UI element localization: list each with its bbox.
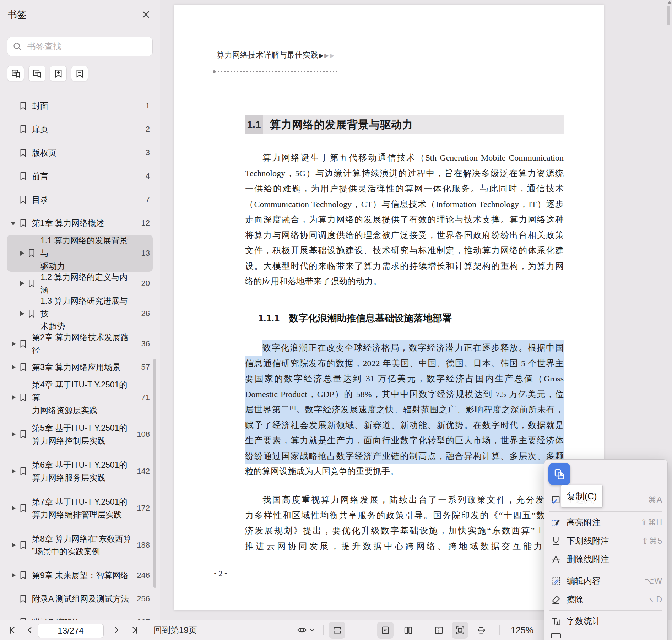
bookmark-label: 第9章 未来展望：智算网络 xyxy=(32,569,133,582)
bookmark-item[interactable]: 第4章 基于ITU-T Y.2501的算力网络资源层实践71 xyxy=(7,379,153,416)
triangle-collapsed-icon[interactable] xyxy=(11,573,16,578)
text-line: 数字化浪潮正在改变全球经济格局，数字经济潜力正在逐步释放。根据中国 xyxy=(245,340,564,356)
last-page-button[interactable] xyxy=(127,620,143,640)
single-page-icon xyxy=(381,625,390,635)
bookmark-item[interactable]: 第9章 未来展望：智算网络246 xyxy=(7,564,153,587)
collapse-all-bookmarks-button[interactable] xyxy=(28,66,45,81)
bookmark-item[interactable]: 前言4 xyxy=(7,164,153,188)
bookmark-item[interactable]: 1.2 算力网络的定义与内涵20 xyxy=(7,272,153,295)
menu-item-label: 删除线附注 xyxy=(567,554,662,565)
bookmark-item[interactable]: 第8章 算力网络在“东数西算”场景中的实践案例188 xyxy=(7,527,153,564)
triangle-collapsed-icon[interactable] xyxy=(19,281,25,286)
triangle-collapsed-icon[interactable] xyxy=(19,250,25,256)
triangle-expanded-icon[interactable] xyxy=(11,220,16,226)
copy-button[interactable] xyxy=(548,463,570,485)
bookmark-item[interactable]: 1.3 算力网络研究进展与技术趋势26 xyxy=(7,295,153,332)
first-page-button[interactable] xyxy=(4,620,20,640)
fit-page-button[interactable] xyxy=(452,622,468,639)
menu-item-underline[interactable]: 下划线附注⇧⌘5 xyxy=(544,532,667,550)
menu-item-label: 编辑内容 xyxy=(567,575,645,587)
menu-item-edit-content[interactable]: 编辑内容⌥W xyxy=(544,572,667,590)
triangle-collapsed-icon[interactable] xyxy=(11,505,16,511)
fit-page-icon xyxy=(455,625,465,635)
bookmark-search-box[interactable] xyxy=(7,37,153,56)
menu-item-word-count[interactable]: 字数统计 xyxy=(544,612,667,630)
section-title-bar: 算力网络的发展背景与驱动力 xyxy=(263,115,564,134)
bookmark-label: 第5章 基于ITU-T Y.2501的算力网络控制层实践 xyxy=(32,422,133,447)
select-all-icon xyxy=(551,495,562,505)
bookmark-page-number: 57 xyxy=(133,363,153,372)
bookmark-item[interactable]: 第1章 算力网络概述12 xyxy=(7,211,153,235)
add-bookmark-button[interactable] xyxy=(50,66,67,81)
continuous-scroll-button[interactable] xyxy=(329,622,345,639)
triangle-collapsed-icon[interactable] xyxy=(11,395,16,400)
view-mode-dropdown[interactable] xyxy=(295,620,317,640)
sidebar-scrollbar[interactable] xyxy=(153,359,156,588)
bookmark-icon xyxy=(18,504,28,513)
bookmark-label: 1.2 算力网络的定义与内涵 xyxy=(40,271,133,296)
text-line: （Communication Technology，CT）与信息技术（Infor… xyxy=(245,197,564,212)
paragraph-2-selected-text[interactable]: 数字化浪潮正在改变全球经济格局，数字经济潜力正在逐步释放。根据中国信息通信研究院… xyxy=(245,340,564,479)
header-arrows-icon: ▶▶▶ xyxy=(318,50,334,60)
bookmark-item[interactable]: 附录A 测试组网及测试方法256 xyxy=(7,587,153,611)
triangle-collapsed-icon[interactable] xyxy=(11,432,16,437)
book-view-button[interactable] xyxy=(430,620,447,640)
close-panel-button[interactable] xyxy=(141,9,153,20)
copy-icon xyxy=(553,468,565,480)
bookmark-item[interactable]: 目录7 xyxy=(7,188,153,211)
bookmark-label: 第8章 算力网络在“东数西算”场景中的实践案例 xyxy=(32,532,133,558)
bookmark-item[interactable]: 扉页2 xyxy=(7,118,153,141)
bookmark-page-number: 26 xyxy=(133,309,153,318)
page-number-input[interactable] xyxy=(38,624,104,638)
menu-item-highlight[interactable]: 高亮附注⇧⌘H xyxy=(544,513,667,532)
next-page-button[interactable] xyxy=(109,620,124,640)
scroll-up-arrow-icon[interactable] xyxy=(667,1,672,4)
remove-bookmark-button[interactable] xyxy=(71,66,88,81)
triangle-collapsed-icon[interactable] xyxy=(11,468,16,474)
text-line: 赋予了经济社会发展新领域、新赛道、新动能、新优势。在数字时代，数据就是 xyxy=(245,418,564,433)
zoom-level[interactable]: 125% xyxy=(511,620,533,640)
search-icon xyxy=(12,42,22,51)
back-to-page-button[interactable]: 回到第19页 xyxy=(153,620,197,640)
text-line: 我国高度重视算力网络发展，陆续出台了一系列政策文件，充分发挥算 xyxy=(245,492,564,508)
pdf-reader-window: 书签 xyxy=(0,0,672,640)
bookmark-item[interactable]: 第7章 基于ITU-T Y.2501的算力网络编排管理层实践172 xyxy=(7,490,153,527)
bookmark-search-input[interactable] xyxy=(27,41,147,52)
triangle-collapsed-icon[interactable] xyxy=(11,542,16,548)
single-page-view-button[interactable] xyxy=(377,622,394,639)
menu-item-eraser[interactable]: 擦除⌥D xyxy=(544,590,667,609)
bookmark-item[interactable]: 版权页3 xyxy=(7,141,153,164)
bookmark-item[interactable]: 第2章 算力网络技术发展路径36 xyxy=(7,332,153,356)
text-line: 一供给的难题，为用户提供灵活弹性的算网一体化服务。与此同时，通信技术 xyxy=(245,181,564,197)
bookmark-item[interactable]: 封面1 xyxy=(7,94,153,118)
bookmark-icon xyxy=(18,218,28,228)
paragraph-3: 我国高度重视算力网络发展，陆续出台了一系列政策文件，充分发挥算力多样性和区域性均… xyxy=(245,492,564,554)
disclosure-spacer xyxy=(11,596,16,602)
main-scrollbar-thumb[interactable] xyxy=(667,6,670,25)
bookmark-item[interactable]: 第3章 算力网络应用场景57 xyxy=(7,356,153,379)
bookmark-page-number: 7 xyxy=(133,195,153,204)
bookmark-item[interactable]: 第6章 基于ITU-T Y.2501的算力网络服务层实践142 xyxy=(7,453,153,490)
triangle-collapsed-icon[interactable] xyxy=(11,341,16,347)
bookmark-icon xyxy=(27,309,36,318)
two-page-view-button[interactable] xyxy=(400,620,416,640)
expand-all-bookmarks-button[interactable] xyxy=(7,66,24,81)
menu-item-label: 擦除 xyxy=(567,594,646,605)
previous-page-button[interactable] xyxy=(22,620,38,640)
bookmark-label: 扉页 xyxy=(32,123,133,136)
bookmark-label: 附录A 测试组网及测试方法 xyxy=(32,592,133,605)
view-mode-eye-icon xyxy=(297,625,307,635)
bookmark-item[interactable]: 第5章 基于ITU-T Y.2501的算力网络控制层实践108 xyxy=(7,416,153,453)
triangle-collapsed-icon[interactable] xyxy=(11,364,16,370)
triangle-collapsed-icon[interactable] xyxy=(19,311,25,316)
strikethrough-icon xyxy=(551,554,562,564)
bookmark-label: 前言 xyxy=(32,170,133,183)
bookmark-page-number: 246 xyxy=(133,571,153,580)
running-header: 算力网络技术详解与最佳实践 ▶▶▶ xyxy=(217,50,334,60)
toolbar-divider xyxy=(499,625,500,635)
bookmark-item[interactable]: 1.1 算力网络的发展背景与驱动力13 xyxy=(7,235,153,272)
toolbar-divider xyxy=(352,625,352,635)
menu-item-strikethrough[interactable]: 删除线附注 xyxy=(544,550,667,569)
fit-width-button[interactable] xyxy=(473,620,489,640)
bookmark-icon xyxy=(27,249,36,258)
